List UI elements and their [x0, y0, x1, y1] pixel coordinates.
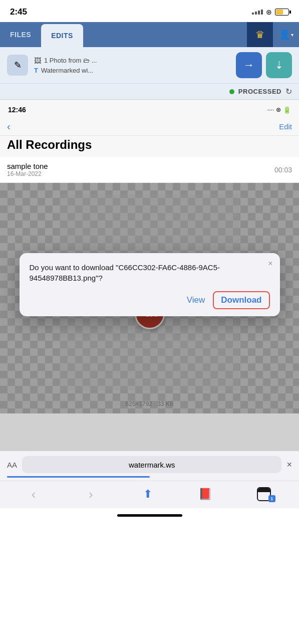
user-icon: 👤: [279, 29, 290, 40]
browser-bookmarks-button[interactable]: 📕: [194, 485, 216, 503]
inner-signal-icon: ····: [267, 106, 274, 113]
tab-files[interactable]: FILES: [0, 22, 41, 47]
refresh-icon[interactable]: ↻: [285, 87, 292, 96]
home-indicator: [0, 508, 299, 522]
processed-dot: [229, 89, 234, 94]
share-icon: ⬆: [143, 488, 152, 501]
tabs-count: 1: [270, 496, 273, 501]
edit-watermark-row: T Watermarked wi...: [34, 67, 230, 74]
tab-indicator: [7, 476, 150, 478]
inner-wifi-icon: ⊛: [276, 106, 281, 113]
recording-name: sample tone: [7, 162, 48, 170]
inner-battery-icon: 🔋: [283, 106, 291, 114]
bookmarks-icon: 📕: [198, 488, 212, 501]
inner-title: All Recordings: [7, 138, 92, 151]
inner-status-time: 12:46: [8, 106, 26, 114]
download-icon: ⇣: [275, 59, 283, 71]
phone-content: 12:46 ···· ⊛ 🔋 ‹ Edit All Recordings sam…: [0, 100, 299, 451]
recording-date: 16-Mar-2022: [7, 170, 48, 177]
inner-nav: ‹ Edit: [0, 118, 299, 136]
dialog-actions: View Download: [30, 291, 270, 309]
back-icon: ‹: [32, 487, 36, 502]
browser-url-text: watermark.ws: [129, 461, 175, 469]
dialog-close-button[interactable]: ×: [268, 259, 272, 268]
inner-status-bar: 12:46 ···· ⊛ 🔋: [0, 100, 299, 118]
edit-source-text: 1 Photo from 🗁 ...: [44, 57, 97, 64]
browser-forward-button[interactable]: ›: [80, 485, 102, 503]
processed-bar: PROCESSED ↻: [0, 84, 299, 100]
tabs-count-badge: 1: [268, 495, 275, 502]
dialog-message: Do you want to download "C66CC302-FA6C-4…: [30, 262, 270, 283]
edit-info: 🖼 1 Photo from 🗁 ... T Watermarked wi...: [34, 57, 230, 74]
recording-duration: 00:03: [274, 166, 292, 174]
download-button[interactable]: Download: [213, 291, 269, 309]
dialog-overlay: × Do you want to download "C66CC302-FA6C…: [0, 183, 299, 413]
edit-bar: ✎ 🖼 1 Photo from 🗁 ... T Watermarked wi.…: [0, 47, 299, 84]
edit-pencil-button[interactable]: ✎: [7, 55, 28, 76]
tab-edits[interactable]: EDITS: [41, 24, 83, 47]
pencil-icon: ✎: [14, 60, 22, 71]
inner-back-button[interactable]: ‹: [7, 121, 11, 132]
browser-url-pill[interactable]: watermark.ws: [22, 456, 281, 473]
export-icon: →: [243, 59, 254, 72]
status-bar: 2:45 ⊛: [0, 0, 299, 22]
view-button[interactable]: View: [187, 295, 205, 305]
browser-url-row: AA watermark.ws ×: [7, 456, 292, 473]
browser-share-button[interactable]: ⬆: [137, 485, 159, 503]
signal-icon: [252, 10, 263, 15]
text-icon: T: [34, 67, 38, 74]
edit-source-row: 🖼 1 Photo from 🗁 ...: [34, 57, 230, 65]
browser-close-button[interactable]: ×: [286, 460, 292, 470]
browser-tabs-button[interactable]: 1: [251, 485, 276, 503]
inner-edit-button[interactable]: Edit: [279, 122, 292, 131]
recording-info: sample tone 16-Mar-2022: [7, 162, 48, 177]
crown-icon: ♛: [255, 29, 264, 41]
browser-bar: AA watermark.ws ×: [0, 451, 299, 481]
inner-phone: 12:46 ···· ⊛ 🔋 ‹ Edit All Recordings sam…: [0, 100, 299, 413]
edit-action-buttons: → ⇣: [236, 52, 292, 78]
status-time: 2:45: [10, 7, 27, 17]
forward-icon: ›: [89, 487, 93, 502]
download-action-button[interactable]: ⇣: [266, 52, 292, 78]
inner-title-bar: All Recordings: [0, 136, 299, 157]
browser-toolbar: ‹ › ⬆ 📕 1: [0, 481, 299, 508]
wifi-icon: ⊛: [266, 8, 272, 16]
crown-button[interactable]: ♛: [247, 22, 273, 47]
browser-aa-button[interactable]: AA: [7, 461, 17, 469]
processed-label: PROCESSED: [238, 88, 281, 95]
browser-back-button[interactable]: ‹: [23, 485, 45, 503]
inner-status-icons: ···· ⊛ 🔋: [267, 106, 291, 114]
app-header: FILES EDITS ♛ 👤 ▾: [0, 22, 299, 47]
status-icons: ⊛: [252, 8, 289, 16]
home-bar: [117, 514, 182, 517]
chevron-down-icon: ▾: [291, 32, 293, 38]
image-preview: Test watermark -9A 625×1792 · 33 KB × Do…: [0, 183, 299, 413]
export-button[interactable]: →: [236, 52, 262, 78]
photo-icon: 🖼: [34, 57, 41, 65]
battery-icon: [275, 9, 289, 16]
user-menu-button[interactable]: 👤 ▾: [273, 22, 299, 47]
download-dialog: × Do you want to download "C66CC302-FA6C…: [20, 253, 280, 316]
recording-item[interactable]: sample tone 16-Mar-2022 00:03: [0, 157, 299, 183]
edit-watermark-text: Watermarked wi...: [41, 67, 93, 74]
